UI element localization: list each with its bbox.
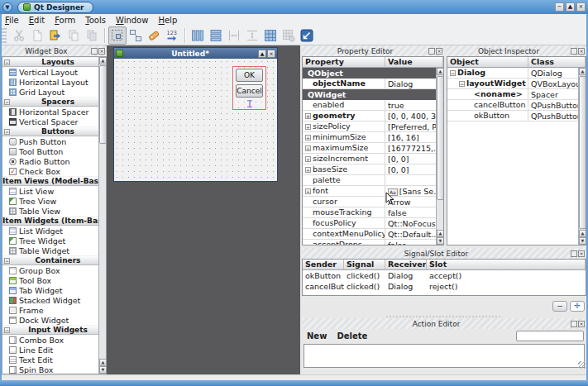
property-row[interactable]: enabledtrue bbox=[303, 100, 443, 111]
form-close-icon[interactable]: × bbox=[267, 50, 275, 58]
property-row[interactable]: contextMenuPolicyQt::Default... bbox=[303, 229, 443, 240]
collapse-icon[interactable]: − bbox=[4, 60, 10, 65]
property-row[interactable]: +sizePolicy[Preferred, P... bbox=[303, 122, 443, 132]
connection-row[interactable]: okButton clicked() Dialog accept() bbox=[303, 270, 586, 281]
menu-form[interactable]: Form bbox=[51, 16, 82, 25]
window-menu-button[interactable]: ▼ bbox=[2, 2, 12, 12]
form-window[interactable]: Untitled* ▲ × OK Cancel bbox=[113, 47, 278, 182]
scroll-up-icon[interactable]: ▲ bbox=[99, 359, 107, 366]
widget-item[interactable]: Push Button bbox=[2, 136, 106, 146]
property-row[interactable]: +fontAa[Sans Se... bbox=[303, 186, 443, 197]
layout-splitter-vertical-icon[interactable] bbox=[243, 26, 261, 45]
close-icon[interactable]: × bbox=[98, 48, 105, 55]
widget-item[interactable]: Vertical Spacer bbox=[2, 117, 106, 126]
collapse-icon[interactable]: − bbox=[459, 81, 465, 87]
object-row[interactable]: −DialogQDialog bbox=[447, 68, 586, 79]
scroll-up-icon[interactable]: ▲ bbox=[437, 230, 444, 237]
widget-item[interactable]: Tree View bbox=[2, 196, 106, 206]
edit-widgets-icon[interactable] bbox=[108, 26, 127, 45]
duplicate-icon[interactable] bbox=[83, 26, 101, 45]
widget-item[interactable]: Frame bbox=[2, 305, 106, 315]
property-row[interactable]: +geometry[0, 0, 400, 3... bbox=[303, 111, 443, 122]
form-canvas[interactable]: OK Cancel bbox=[114, 59, 277, 181]
menu-edit[interactable]: Edit bbox=[26, 16, 51, 25]
widget-item[interactable]: Grid Layout bbox=[2, 87, 106, 97]
widget-item[interactable]: Tool Button bbox=[2, 146, 106, 156]
object-inspector-scrollbar[interactable]: ▲ ▲ ▼ bbox=[578, 68, 586, 245]
paste-icon[interactable] bbox=[46, 26, 65, 45]
scroll-down-icon[interactable]: ▼ bbox=[437, 237, 444, 245]
action-list[interactable] bbox=[304, 344, 585, 368]
category-item-views[interactable]: Item Views (Model-Based) bbox=[2, 176, 106, 186]
float-icon[interactable] bbox=[571, 48, 577, 55]
expand-icon[interactable]: + bbox=[305, 145, 311, 151]
scroll-thumb[interactable] bbox=[99, 65, 107, 144]
new-action-button[interactable]: New bbox=[307, 331, 327, 341]
menu-help[interactable]: Help bbox=[155, 16, 184, 25]
window-title-pill[interactable]: Qt Designer bbox=[17, 2, 93, 13]
add-connection-icon[interactable]: ✛ bbox=[570, 301, 585, 312]
menu-window[interactable]: Window bbox=[112, 16, 155, 25]
document-icon[interactable] bbox=[28, 26, 46, 45]
remove-connection-icon[interactable]: − bbox=[552, 301, 567, 312]
copy-icon[interactable] bbox=[65, 26, 83, 45]
menu-file[interactable]: File bbox=[2, 16, 26, 25]
widget-item[interactable]: Text Edit bbox=[2, 355, 106, 365]
category-layouts[interactable]: −Layouts bbox=[2, 57, 106, 67]
float-icon[interactable] bbox=[91, 48, 98, 55]
vertical-spacer-indicator[interactable] bbox=[245, 100, 255, 107]
close-icon[interactable]: × bbox=[578, 48, 585, 55]
widget-item[interactable]: Tool Box bbox=[2, 275, 106, 285]
close-icon[interactable]: × bbox=[578, 321, 585, 327]
float-icon[interactable] bbox=[428, 48, 435, 55]
property-editor-scrollbar[interactable]: ▲ ▲ ▼ bbox=[436, 68, 443, 245]
expand-icon[interactable]: + bbox=[305, 124, 311, 130]
scroll-down-icon[interactable]: ▼ bbox=[99, 366, 107, 374]
form-titlebar[interactable]: Untitled* ▲ × bbox=[114, 48, 277, 59]
widget-item[interactable]: Horizontal Layout bbox=[2, 77, 106, 87]
float-icon[interactable] bbox=[571, 250, 577, 257]
property-row[interactable]: objectNameDialog bbox=[303, 79, 443, 89]
edit-signals-slots-icon[interactable] bbox=[127, 26, 145, 45]
ok-button[interactable]: OK bbox=[236, 69, 263, 82]
delete-action-button[interactable]: Delete bbox=[337, 331, 367, 341]
object-row[interactable]: cancelButtonQPushButton bbox=[447, 100, 586, 111]
property-row[interactable]: mouseTrackingfalse bbox=[303, 207, 443, 218]
column-header-object[interactable]: Object bbox=[447, 57, 528, 68]
column-header-signal[interactable]: Signal bbox=[344, 260, 385, 270]
widget-item[interactable]: Line Edit bbox=[2, 345, 106, 355]
layout-horizontal-icon[interactable] bbox=[189, 26, 207, 45]
column-header-class[interactable]: Class bbox=[528, 57, 586, 68]
expand-icon[interactable]: + bbox=[305, 113, 311, 119]
scroll-down-icon[interactable]: ▼ bbox=[579, 237, 586, 245]
widget-item[interactable]: Table Widget bbox=[2, 245, 106, 255]
widget-item[interactable]: Horizontal Spacer bbox=[2, 107, 106, 117]
layout-grid-icon[interactable] bbox=[261, 26, 280, 45]
scroll-up-icon[interactable]: ▲ bbox=[579, 68, 586, 75]
widget-item[interactable]: List View bbox=[2, 186, 106, 196]
object-row[interactable]: okButtonQPushButton bbox=[447, 111, 586, 122]
connection-row[interactable]: cancelBut... clicked() Dialog reject() bbox=[303, 281, 586, 292]
widget-item[interactable]: Stacked Widget bbox=[2, 295, 106, 305]
float-icon[interactable] bbox=[571, 321, 577, 327]
menu-tools[interactable]: Tools bbox=[82, 16, 112, 25]
column-header-sender[interactable]: Sender bbox=[303, 260, 344, 270]
widget-item[interactable]: Table View bbox=[2, 206, 106, 216]
column-header-value[interactable]: Value bbox=[385, 57, 443, 68]
property-row[interactable]: palette bbox=[303, 175, 443, 186]
property-row[interactable]: +minimumSize[16, 16] bbox=[303, 132, 443, 143]
category-buttons[interactable]: −Buttons bbox=[2, 126, 106, 136]
collapse-icon[interactable]: − bbox=[4, 129, 10, 135]
property-row[interactable]: focusPolicyQt::NoFocus bbox=[303, 218, 443, 229]
adjust-size-icon[interactable] bbox=[298, 26, 316, 45]
minimize-icon[interactable]: − bbox=[555, 2, 564, 12]
toolbar-drag-handle[interactable] bbox=[2, 28, 7, 43]
category-containers[interactable]: −Containers bbox=[2, 255, 106, 265]
category-item-widgets[interactable]: Item Widgets (Item-Based) bbox=[2, 216, 106, 226]
collapse-icon[interactable]: − bbox=[450, 70, 456, 76]
cut-icon[interactable] bbox=[10, 26, 28, 45]
category-spacers[interactable]: −Spacers bbox=[2, 97, 106, 107]
widget-item[interactable]: Spin Box bbox=[2, 365, 106, 374]
break-layout-icon[interactable] bbox=[280, 26, 298, 45]
layout-vertical-icon[interactable] bbox=[207, 26, 225, 45]
